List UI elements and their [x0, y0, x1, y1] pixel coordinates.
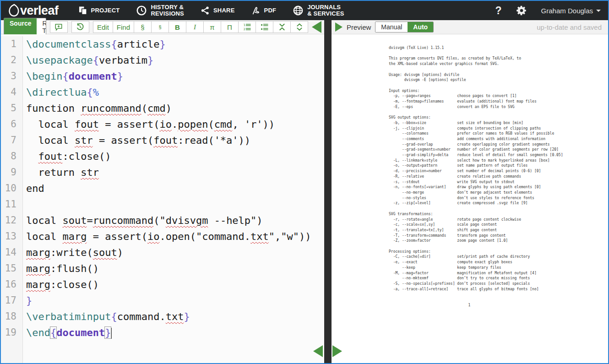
collapse-editor-arrow[interactable]: [312, 21, 321, 33]
code-line: local marg = assert(io.open("command.txt…: [26, 228, 311, 244]
compile-mode-toggle: Manual Auto: [375, 22, 434, 33]
bullet-list-icon: [261, 23, 269, 31]
gutter: 12345678910111213141516171819: [1, 36, 23, 363]
gear-icon[interactable]: [516, 5, 527, 16]
user-menu[interactable]: Graham Douglas: [541, 7, 601, 15]
code-line: \documentclass{article}: [26, 36, 311, 52]
subsection-button[interactable]: §: [151, 21, 169, 33]
overleaf-leaf-icon: [8, 4, 19, 17]
expand-preview-arrow-bottom[interactable]: [332, 345, 342, 357]
editor-pane: Source Rich Text: [1, 20, 324, 363]
format-button-group: Edit Find § § B I π Π 1 2: [93, 21, 308, 33]
code-line: return str: [26, 164, 311, 180]
manual-compile-toggle[interactable]: Manual: [375, 22, 408, 32]
expand-preview-arrow[interactable]: [335, 22, 343, 32]
code-line: marg:write(sout): [26, 244, 311, 261]
code-line: local fout = assert(io.popen(cmd, 'r')): [26, 116, 311, 132]
code-line: \directlua{%: [26, 84, 311, 100]
edit-button[interactable]: Edit: [93, 21, 113, 33]
bullet-list-button[interactable]: [256, 21, 273, 33]
code-line: end: [26, 180, 311, 196]
nav-journals-label: JOURNALS & SERVICES: [307, 4, 344, 16]
overleaf-logo[interactable]: verleaf: [8, 4, 59, 18]
collapse-editor-arrow-bottom[interactable]: [313, 345, 323, 357]
collapse-icon: [278, 23, 286, 31]
code-line: marg:flush(): [26, 261, 311, 277]
source-editor[interactable]: 12345678910111213141516171819 \documentc…: [1, 34, 324, 363]
nav-pdf[interactable]: PDF: [251, 5, 277, 16]
nav-pdf-label: PDF: [264, 7, 277, 14]
mode-toggle: Source Rich Text: [4, 18, 46, 36]
code-line: \begin{document}: [26, 68, 311, 84]
rich-text-toggle[interactable]: Rich Text: [37, 18, 46, 36]
expand-lines-button[interactable]: [290, 21, 308, 33]
top-navbar: verleaf PROJECT HISTORY & REVISIONS: [1, 1, 608, 20]
inline-math-button[interactable]: π: [203, 21, 221, 33]
track-changes-button[interactable]: [71, 21, 89, 33]
nav-project[interactable]: PROJECT: [79, 6, 120, 15]
editor-toolbar: Source Rich Text: [1, 20, 324, 34]
caret-down-icon: [596, 10, 601, 12]
auto-compile-toggle[interactable]: Auto: [408, 22, 433, 32]
expand-icon: [295, 23, 304, 31]
comment-plus-icon: [54, 23, 63, 31]
collapse-lines-button[interactable]: [273, 21, 291, 33]
svg-text:2: 2: [243, 27, 245, 31]
svg-text:1: 1: [243, 23, 245, 27]
section-button[interactable]: §: [134, 21, 152, 33]
bold-button[interactable]: B: [169, 21, 186, 33]
numbered-list-button[interactable]: 1 2: [238, 21, 256, 33]
find-button[interactable]: Find: [113, 21, 134, 33]
logo-text: verleaf: [20, 4, 59, 18]
code-line: local str = assert(fout:read('*a')): [26, 132, 311, 148]
history-arrow-icon: [76, 23, 84, 31]
pdf-acrobat-icon: [251, 5, 261, 16]
nav-journals-services[interactable]: JOURNALS & SERVICES: [293, 4, 344, 16]
pane-divider[interactable]: [324, 20, 332, 363]
user-name: Graham Douglas: [541, 7, 593, 15]
numbered-list-icon: 1 2: [243, 23, 251, 31]
preview-label: Preview: [347, 23, 371, 31]
code-line: local sout=runcommand("dvisvgm --help"): [26, 212, 311, 228]
preview-pane: Preview Manual Auto up-to-date and saved…: [332, 20, 608, 363]
code-line: \end{document}: [26, 325, 311, 341]
display-math-button[interactable]: Π: [221, 21, 239, 33]
share-icon: [201, 6, 210, 15]
project-icon: [79, 6, 87, 15]
code-line: \verbatiminput{command.txt}: [26, 309, 311, 325]
code-line: }: [26, 293, 311, 309]
globe-icon: [293, 5, 304, 16]
nav-share-label: SHARE: [213, 7, 235, 14]
nav-share[interactable]: SHARE: [201, 6, 235, 15]
code-line: \usepackage{verbatim}: [26, 52, 311, 68]
code-line: function runcommand(cmd): [26, 100, 311, 116]
pdf-text: dvisvgm (TeX Live) 1.15.1 This program c…: [389, 45, 608, 308]
help-button[interactable]: ?: [495, 5, 502, 17]
nav-history-label: HISTORY & REVISIONS: [151, 4, 184, 16]
compile-status: up-to-date and saved: [537, 23, 604, 31]
nav-project-label: PROJECT: [91, 7, 120, 14]
pdf-viewer[interactable]: dvisvgm (TeX Live) 1.15.1 This program c…: [332, 34, 608, 363]
code-line: marg:close(): [26, 277, 311, 293]
code-line: fout:close(): [26, 148, 311, 164]
nav-history-revisions[interactable]: HISTORY & REVISIONS: [136, 4, 184, 16]
italic-button[interactable]: I: [186, 21, 204, 33]
code-line: [26, 196, 311, 212]
history-clock-icon: [136, 5, 147, 16]
source-toggle[interactable]: Source: [4, 18, 37, 36]
add-comment-button[interactable]: [50, 21, 68, 33]
code-lines[interactable]: \documentclass{article}\usepackage{verba…: [23, 36, 311, 363]
preview-toolbar: Preview Manual Auto up-to-date and saved: [332, 20, 608, 34]
